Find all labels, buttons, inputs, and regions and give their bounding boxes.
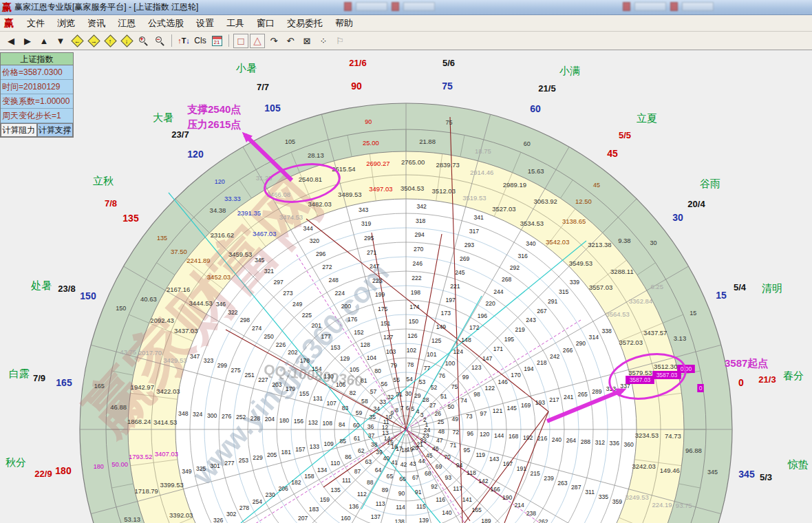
menu-item-5[interactable]: 公式选股: [142, 15, 190, 32]
menu-item-2[interactable]: 浏览: [51, 15, 81, 32]
price-step-label: 3519.53: [462, 194, 486, 202]
wheel-number: 224: [335, 290, 345, 297]
wheel-number: 193: [535, 399, 546, 406]
wheel-number: 268: [502, 276, 512, 283]
wheel-number: 215: [531, 470, 541, 477]
nav-right-icon[interactable]: ▶: [20, 34, 35, 48]
wheel-number: 149: [436, 323, 447, 330]
rotate-ccw-icon[interactable]: ↶: [283, 34, 298, 48]
wheel-number: 296: [316, 250, 326, 257]
wheel-number: 86: [345, 453, 352, 460]
triangle-tool-icon[interactable]: △: [250, 34, 265, 48]
menu-item-8[interactable]: 窗口: [250, 15, 281, 32]
price-scale-label: 1793.52: [129, 453, 152, 460]
wheel-number: 244: [493, 288, 504, 295]
wheel-number: 135: [331, 487, 341, 493]
panel-title: 上证指数: [1, 53, 73, 65]
percent-ring-label-special: 33.33: [224, 195, 241, 202]
wheel-number: 72: [453, 429, 460, 436]
wheel-number: 344: [303, 225, 314, 232]
price-step-label: 3249.53: [625, 493, 648, 501]
rotate-cw-icon[interactable]: ↷: [266, 34, 281, 48]
move-left-icon[interactable]: ←: [70, 34, 85, 48]
annotation-text-2: 压力2615点: [186, 118, 241, 131]
wheel-outside-label: 5/5: [619, 130, 631, 140]
menu-item-6[interactable]: 设置: [190, 15, 220, 32]
degree-ring-label: 180: [94, 463, 104, 470]
wheel-number: 38: [371, 441, 378, 448]
wheel-number: 197: [445, 297, 456, 303]
zoom-out-icon[interactable]: −: [152, 34, 167, 48]
wheel-number: 113: [376, 500, 385, 507]
wheel-number: 112: [357, 491, 367, 498]
move-up-icon[interactable]: ↑: [103, 34, 118, 48]
calc-resistance-button[interactable]: 计算阻力: [1, 123, 37, 137]
wheel-number: 35: [370, 414, 376, 420]
wheel-number: 76: [439, 372, 446, 379]
clear-drawing-icon[interactable]: ⚐: [332, 34, 348, 48]
wheel-number: 46: [432, 445, 439, 452]
nav-up-icon[interactable]: ▲: [36, 34, 52, 48]
wheel-number: 92: [431, 483, 438, 490]
percent-ring-label: 43.75: [120, 348, 136, 356]
wheel-number: 32: [387, 394, 394, 401]
wheel-number: 107: [327, 400, 337, 407]
square-tool-icon[interactable]: □: [233, 34, 248, 48]
wheel-number: 48: [438, 428, 445, 435]
wheel-number: 83: [342, 405, 349, 412]
wheel-number: 191: [517, 465, 527, 472]
price-step-label: 3399.53: [160, 481, 183, 489]
delete-box-icon[interactable]: ⊠: [299, 34, 314, 48]
nav-down-icon[interactable]: ▼: [53, 34, 68, 48]
wheel-number: 118: [467, 469, 476, 476]
price-scale-label: 224.19: [652, 501, 672, 509]
wheel-number: 70: [444, 453, 451, 460]
calendar-icon[interactable]: 21: [209, 34, 224, 48]
menu-item-4[interactable]: 江恩: [111, 15, 142, 32]
price-step-label: 3564.53: [606, 310, 629, 318]
wheel-outside-label: 小暑: [235, 62, 257, 74]
menu-item-10[interactable]: 帮助: [329, 15, 359, 32]
wheel-number: 295: [364, 235, 374, 242]
time-field: 时间=20180129: [1, 80, 73, 94]
wheel-outside-label: 21/5: [538, 83, 555, 94]
center-icon[interactable]: ⁘: [316, 34, 331, 48]
wheel-number: 125: [431, 337, 442, 344]
wheel-number: 301: [211, 462, 221, 469]
percent-ring-label: 40.63: [140, 295, 157, 303]
wheel-number: 269: [460, 255, 470, 262]
wheel-number: 248: [328, 277, 339, 284]
wheel-number: 147: [482, 355, 493, 362]
nav-left-icon[interactable]: ◀: [3, 34, 19, 48]
wheel-outside-label: 165: [56, 377, 72, 388]
wheel-number: 290: [576, 340, 586, 347]
cls-button[interactable]: Cls: [193, 34, 208, 48]
wheel-number: 102: [407, 347, 417, 354]
move-down-icon[interactable]: ↓: [119, 34, 134, 48]
wheel-number: 49: [451, 416, 458, 423]
calc-support-button[interactable]: 计算支撑: [37, 123, 74, 137]
menu-item-3[interactable]: 资讯: [81, 15, 111, 32]
price-scale-label: 1718.79: [135, 487, 158, 495]
updown-scale-icon[interactable]: ↑T↓: [176, 34, 191, 48]
wheel-number: 27: [429, 402, 436, 409]
zoom-in-icon[interactable]: +: [136, 34, 151, 48]
wheel-outside-label: 45: [607, 148, 618, 159]
wheel-number: 298: [240, 317, 250, 323]
move-right-icon[interactable]: →: [86, 34, 101, 48]
wheel-number: 325: [196, 465, 206, 472]
wheel-outside-label: 春分: [783, 370, 804, 381]
gann-wheel-canvas[interactable]: 赢家财富网www.yingjia360.comQQ:10080036015304…: [0, 50, 812, 523]
highlight-box-value: 3587.03: [630, 376, 651, 383]
menu-item-7[interactable]: 工具: [220, 15, 250, 32]
price-scale-label: 3512.30: [654, 363, 677, 370]
wheel-number: 103: [386, 348, 396, 355]
wheel-number: 203: [272, 381, 282, 388]
wheel-number: 241: [564, 394, 574, 401]
wheel-number: 314: [589, 334, 599, 341]
price-scale-label: 1868.24: [127, 418, 151, 425]
menu-item-1[interactable]: 文件: [21, 15, 51, 32]
wheel-number: 133: [310, 443, 320, 450]
menu-item-9[interactable]: 交易委托: [281, 15, 329, 32]
price-scale-label: 1942.97: [131, 383, 154, 391]
